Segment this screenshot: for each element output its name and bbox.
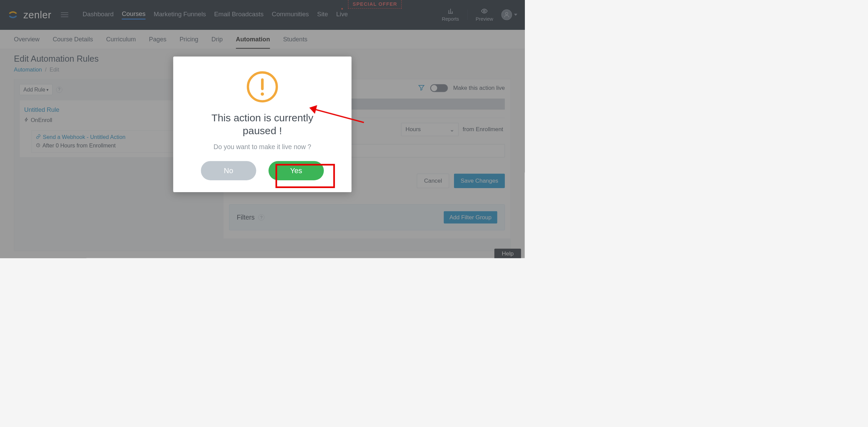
modal-title-l1: This action is currently xyxy=(211,112,313,124)
svg-rect-4 xyxy=(261,78,264,90)
modal-title: This action is currently paused ! xyxy=(211,111,313,137)
modal-buttons: No Yes xyxy=(201,161,324,180)
warning-icon xyxy=(246,70,279,103)
modal-yes-button[interactable]: Yes xyxy=(269,161,324,180)
modal-no-button[interactable]: No xyxy=(201,161,256,180)
confirm-live-modal: This action is currently paused ! Do you… xyxy=(173,57,352,192)
modal-subtitle: Do you want to make it live now ? xyxy=(214,143,311,151)
svg-point-5 xyxy=(261,93,264,96)
modal-title-l2: paused ! xyxy=(243,125,282,136)
